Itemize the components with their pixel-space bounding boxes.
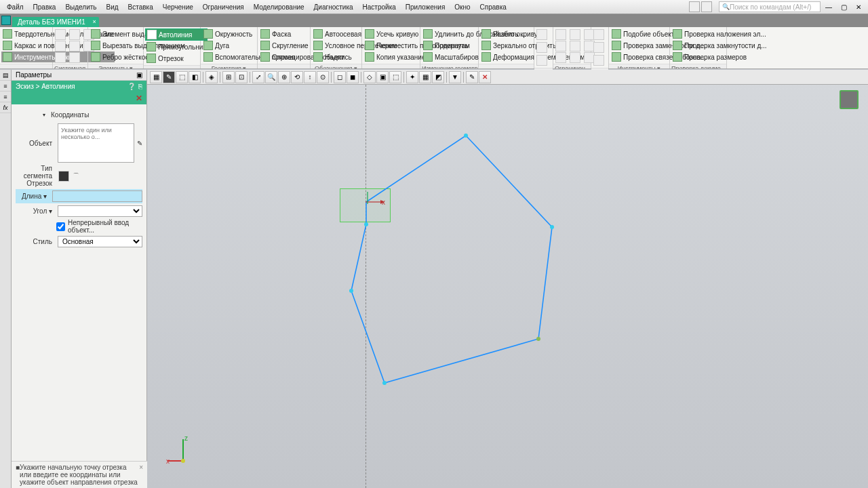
sketch-polygon [147,70,866,476]
menu-view[interactable]: Вид [102,2,123,12]
side-tab-strip: ▤ ≡ ≡ fx [0,70,12,488]
btn-rectangle[interactable]: Прямоугольник [145,41,208,52]
parameters-panel: Параметры▣ Эскиз > Автолиния ❔ ⎘ ✕ Коорд… [12,70,147,488]
minimize-button[interactable]: — [823,1,835,12]
ribbon: Твердотельное моделирование Каркас и пов… [0,27,868,69]
pin-icon[interactable]: ⎘ [138,83,142,90]
tab-close-icon[interactable]: × [93,18,96,25]
app-icon [1,16,11,25]
menu-constraints[interactable]: Ограничения [199,2,248,12]
eyedrop-icon[interactable]: ✎ [137,140,142,147]
svg-point-1 [550,225,554,229]
document-tab-title: Деталь БЕЗ ИМЕНИ1 [18,18,85,26]
help-icon[interactable]: ❔ [127,83,136,90]
svg-point-2 [536,337,540,341]
svg-point-4 [349,289,353,293]
canvas-viewport[interactable]: ▦ ✎ ⬚ ◧ ◈ ⊞ ⊡ ⤢ 🔍 ⊕ ⟲ ↕ ⊙ ◻ ◼ ◇ ▣ ⬚ ✦ ▦ [147,70,868,488]
menu-edit[interactable]: Правка [29,2,60,12]
status-close-icon[interactable]: × [139,464,143,486]
menu-diagnostics[interactable]: Диагностика [310,2,357,12]
svg-point-5 [364,222,368,226]
style-select[interactable]: Основная [58,236,142,247]
btn-autoline[interactable]: Автолиния [145,28,208,41]
status-bar: ■ Укажите начальную точку отрезка или вв… [12,461,147,488]
panel-body: Координаты Объект ✎ Тип сегмента Отрезок… [12,104,146,488]
menu-window[interactable]: Окно [450,2,474,12]
document-tab[interactable]: Деталь БЕЗ ИМЕНИ1 × [12,17,99,27]
btn-check-dims[interactable]: Проверка размеров [671,52,768,62]
menubar: Файл Правка Выделить Вид Вставка Черчени… [0,0,868,14]
command-search[interactable]: 🔍 Поиск по командам (Alt+/) [719,1,821,12]
menu-apps[interactable]: Приложения [401,2,450,12]
svg-point-12 [181,459,185,463]
sketch-mode-icon[interactable] [840,90,859,109]
sidetab-fx[interactable]: fx [0,102,11,113]
sidetab-3[interactable]: ≡ [0,92,11,102]
menu-settings[interactable]: Настройка [359,2,400,12]
main-area: ▤ ≡ ≡ fx Параметры▣ Эскиз > Автолиния ❔ … [0,70,868,488]
menu-select[interactable]: Выделить [61,2,100,12]
svg-text:x: x [166,458,170,465]
maximize-button[interactable]: ▢ [837,1,850,12]
ribbon-group-label-0 [0,64,52,68]
panel-close-row: ✕ [12,92,146,104]
label-segtype: Тип сегмента Отрезок [16,165,55,187]
menu-file[interactable]: Файл [3,2,28,12]
svg-text:z: z [184,435,188,442]
label-object: Объект [16,140,55,147]
label-length[interactable]: Длина ▾ [16,192,50,200]
header-icon-1[interactable] [689,1,700,12]
segtype-arc-icon[interactable]: ⌒ [73,171,79,181]
panel-breadcrumb: Эскиз > Автолиния ❔ ⎘ [12,81,146,92]
menu-modeling[interactable]: Моделирование [250,2,309,12]
header-icon-2[interactable] [701,1,712,12]
axis-triad: x z [166,435,200,469]
ribbon-label-editgeom[interactable]: Изменение геометрии ▾ [420,64,478,68]
btn-check-closed2[interactable]: Проверка замкнутости д... [671,40,768,51]
menu-drafting[interactable]: Черчение [159,2,197,12]
continuous-label: Непрерывный ввод объект... [68,219,142,234]
ribbon-label-annot[interactable]: Обозначения ▾ [311,64,361,68]
svg-text:x: x [382,199,385,206]
sidetab-2[interactable]: ≡ [0,81,11,92]
ribbon-label-system[interactable]: Системная ▾ [53,64,87,68]
header-icons [689,1,712,12]
ribbon-label-geometry[interactable]: Геометрия ▾ [201,64,257,68]
angle-select[interactable] [58,205,142,217]
origin-marker: x [366,192,386,212]
menu-help[interactable]: Справка [476,2,511,12]
ribbon-label-elements[interactable]: Элементы ▾ [88,64,143,68]
svg-point-0 [464,134,468,138]
label-angle[interactable]: Угол ▾ [16,207,55,215]
section-coords[interactable]: Координаты [16,108,142,121]
status-text: Укажите начальную точку отрезка или введ… [20,464,139,486]
close-button[interactable]: ✕ [852,1,865,12]
menu-insert[interactable]: Вставка [124,2,157,12]
sys-icon[interactable] [55,29,66,40]
continuous-checkbox[interactable] [56,222,65,231]
panel-close-icon[interactable]: ✕ [136,94,142,103]
length-input[interactable] [52,190,142,202]
sidetab-1[interactable]: ▤ [0,70,11,81]
svg-point-3 [382,381,387,385]
panel-title: Параметры▣ [12,70,146,81]
segtype-line-icon[interactable] [58,171,69,182]
document-tabs: Деталь БЕЗ ИМЕНИ1 × [0,14,868,27]
dim-icon[interactable] [536,29,547,40]
btn-segment[interactable]: Отрезок [145,53,208,64]
btn-check-overlap[interactable]: Проверка наложения эл... [671,28,768,39]
object-input[interactable] [58,123,134,163]
label-style: Стиль [16,238,55,245]
